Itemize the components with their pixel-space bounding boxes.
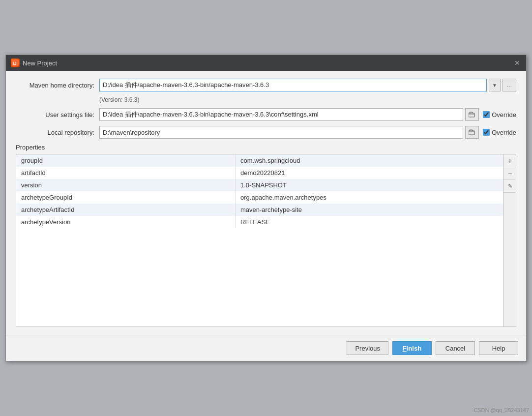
- cancel-button[interactable]: Cancel: [436, 341, 475, 355]
- property-value: org.apache.maven.archetypes: [236, 191, 503, 204]
- property-value: com.wsh.springcloud: [236, 154, 503, 167]
- version-text: (Version: 3.6.3): [99, 96, 516, 103]
- local-repo-input[interactable]: [99, 126, 463, 139]
- table-row[interactable]: archetypeGroupId org.apache.maven.archet…: [16, 191, 503, 204]
- svg-text:IJ: IJ: [13, 61, 17, 66]
- watermark: CSDN @qq_25243147: [473, 407, 529, 413]
- properties-container: groupId com.wsh.springcloud artifactId d…: [16, 154, 516, 327]
- property-value: 1.0-SNAPSHOT: [236, 179, 503, 191]
- maven-home-browse-button[interactable]: …: [502, 79, 516, 91]
- svg-rect-2: [469, 113, 474, 117]
- user-settings-label: User settings file:: [16, 111, 99, 119]
- properties-sidebar: + − ✎: [503, 154, 516, 327]
- dialog-footer: Previous Finish Cancel Help: [6, 335, 526, 361]
- title-bar: IJ New Project ✕: [6, 55, 526, 71]
- maven-home-input-group: ▼ …: [99, 79, 516, 91]
- table-row[interactable]: archetypeVersion RELEASE: [16, 216, 503, 228]
- property-key: groupId: [16, 154, 236, 167]
- property-key: archetypeGroupId: [16, 191, 236, 204]
- local-repo-override-checkbox[interactable]: [483, 129, 490, 136]
- svg-rect-3: [469, 131, 474, 135]
- user-settings-override-group: Override: [483, 111, 516, 119]
- properties-title: Properties: [16, 144, 516, 151]
- new-project-dialog: IJ New Project ✕ Maven home directory: ▼…: [5, 55, 527, 361]
- local-repo-row: Local repository: Override: [16, 126, 516, 139]
- user-settings-row: User settings file: Override: [16, 108, 516, 121]
- maven-home-input[interactable]: [99, 79, 487, 91]
- user-settings-override-label: Override: [492, 111, 516, 119]
- local-repo-input-group: Override: [99, 126, 516, 139]
- user-settings-input-group: Override: [99, 108, 516, 121]
- table-row[interactable]: version 1.0-SNAPSHOT: [16, 179, 503, 191]
- properties-section: Properties groupId com.wsh.springcloud a…: [16, 144, 516, 327]
- remove-property-button[interactable]: −: [503, 167, 516, 180]
- finish-button[interactable]: Finish: [392, 341, 432, 355]
- property-key: artifactId: [16, 167, 236, 179]
- user-settings-input[interactable]: [99, 108, 463, 121]
- local-repo-label: Local repository:: [16, 129, 99, 136]
- local-repo-override-group: Override: [483, 129, 516, 136]
- help-button[interactable]: Help: [479, 341, 518, 355]
- maven-home-label: Maven home directory:: [16, 82, 99, 89]
- table-row[interactable]: artifactId demo20220821: [16, 167, 503, 179]
- table-row[interactable]: groupId com.wsh.springcloud: [16, 154, 503, 167]
- property-key: archetypeArtifactId: [16, 204, 236, 216]
- previous-button[interactable]: Previous: [347, 341, 388, 355]
- property-value: demo20220821: [236, 167, 503, 179]
- edit-property-button[interactable]: ✎: [503, 180, 516, 193]
- user-settings-browse-button[interactable]: [465, 108, 479, 121]
- dialog-title: New Project: [23, 59, 57, 67]
- properties-table-wrapper: groupId com.wsh.springcloud artifactId d…: [16, 154, 503, 327]
- app-icon: IJ: [11, 59, 20, 67]
- property-key: archetypeVersion: [16, 216, 236, 228]
- close-button[interactable]: ✕: [513, 59, 521, 67]
- table-row[interactable]: archetypeArtifactId maven-archetype-site: [16, 204, 503, 216]
- maven-home-dropdown-button[interactable]: ▼: [489, 79, 501, 91]
- user-settings-override-checkbox[interactable]: [483, 111, 490, 118]
- property-value: RELEASE: [236, 216, 503, 228]
- properties-table: groupId com.wsh.springcloud artifactId d…: [16, 154, 503, 228]
- properties-empty-area: [16, 228, 503, 327]
- add-property-button[interactable]: +: [503, 154, 516, 167]
- property-key: version: [16, 179, 236, 191]
- dialog-body: Maven home directory: ▼ … (Version: 3.6.…: [6, 71, 526, 335]
- property-value: maven-archetype-site: [236, 204, 503, 216]
- maven-home-row: Maven home directory: ▼ …: [16, 79, 516, 91]
- local-repo-browse-button[interactable]: [465, 126, 479, 139]
- local-repo-override-label: Override: [492, 129, 516, 136]
